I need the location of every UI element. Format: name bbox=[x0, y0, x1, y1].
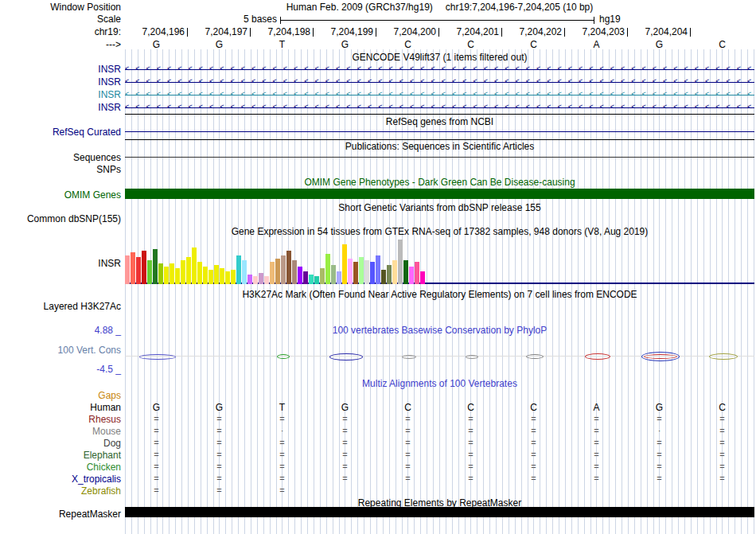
omim-item-bar[interactable] bbox=[125, 189, 754, 199]
publications-sequences-label[interactable]: Sequences bbox=[0, 152, 121, 163]
gtex-bar[interactable] bbox=[420, 271, 425, 284]
ruler-label[interactable]: 7,204,199 bbox=[314, 26, 373, 37]
gtex-bar[interactable] bbox=[170, 263, 174, 284]
gtex-bar[interactable] bbox=[370, 262, 375, 284]
ruler-label[interactable]: 7,204,200 bbox=[377, 26, 436, 37]
gtex-bar[interactable] bbox=[314, 276, 319, 284]
gtex-bar[interactable] bbox=[275, 259, 280, 284]
publications-snps-label[interactable]: SNPs bbox=[0, 164, 121, 175]
gtex-bar[interactable] bbox=[186, 257, 191, 284]
multiz-cell: = bbox=[565, 438, 628, 447]
gtex-bar[interactable] bbox=[298, 267, 302, 284]
gtex-gene-label[interactable]: INSR bbox=[0, 258, 121, 269]
gtex-bar[interactable] bbox=[292, 260, 297, 284]
repeatmasker-item-bar[interactable] bbox=[125, 507, 754, 517]
multiz-cell: = bbox=[502, 450, 565, 459]
gtex-bar[interactable] bbox=[325, 254, 330, 284]
refseq-track-label[interactable]: RefSeq Curated bbox=[0, 127, 121, 138]
gtex-bar[interactable] bbox=[415, 262, 419, 284]
gtex-bar[interactable] bbox=[136, 257, 141, 284]
gtex-bar[interactable] bbox=[403, 260, 408, 284]
multiz-species-label[interactable]: Human bbox=[0, 402, 121, 413]
gtex-bar[interactable] bbox=[398, 240, 403, 284]
multiz-species-label[interactable]: Chicken bbox=[0, 462, 121, 473]
gtex-bar[interactable] bbox=[125, 255, 130, 284]
gtex-bar[interactable] bbox=[142, 251, 146, 284]
ruler-label[interactable]: 7,204,201 bbox=[440, 26, 499, 37]
refseq-item-line[interactable] bbox=[125, 131, 754, 132]
transcript-strand-arrows[interactable]: <<<<<<<<<<<<<<<<<<<<<<<<<<<<<<<<<<<<<<<<… bbox=[125, 64, 754, 74]
ruler-label[interactable]: 7,204,197 bbox=[189, 26, 247, 37]
gtex-bar[interactable] bbox=[364, 260, 369, 284]
publications-sequences-item-line[interactable] bbox=[125, 157, 754, 158]
omim-track-label[interactable]: OMIM Genes bbox=[0, 189, 121, 201]
gtex-bar[interactable] bbox=[164, 267, 169, 284]
gtex-bar[interactable] bbox=[331, 265, 336, 284]
multiz-species-label[interactable]: Elephant bbox=[0, 450, 121, 461]
ruler-label[interactable]: 7,204,198 bbox=[251, 26, 310, 37]
ruler-label[interactable]: 7,204,202 bbox=[503, 26, 562, 37]
strand-arrow-label: ---> bbox=[0, 39, 121, 50]
gtex-bar[interactable] bbox=[281, 255, 286, 284]
gtex-bar[interactable] bbox=[236, 255, 241, 284]
ruler-label[interactable]: 7,204,196 bbox=[126, 26, 185, 37]
gtex-bar[interactable] bbox=[203, 267, 208, 284]
gtex-bar[interactable] bbox=[131, 252, 135, 284]
phylop-track-label[interactable]: 100 Vert. Cons bbox=[0, 345, 121, 356]
gtex-bar[interactable] bbox=[264, 276, 269, 284]
gtex-bar[interactable] bbox=[320, 268, 325, 284]
transcript-strand-arrows[interactable]: <<<<<<<<<<<<<<<<<<<<<<<<<<<<<<<<<<<<<<<<… bbox=[125, 102, 754, 112]
gtex-bar[interactable] bbox=[392, 260, 397, 284]
multiz-species-label[interactable]: X_tropicalis bbox=[0, 474, 121, 485]
gencode-item-label[interactable]: INSR bbox=[0, 89, 121, 100]
gtex-bar[interactable] bbox=[359, 257, 364, 284]
gtex-bar[interactable] bbox=[208, 270, 213, 284]
gtex-bar[interactable] bbox=[259, 273, 263, 284]
gencode-track-title: GENCODE V49lift37 (1 items filtered out) bbox=[125, 52, 754, 63]
gtex-bar[interactable] bbox=[214, 265, 219, 284]
multiz-species-label[interactable]: Zebrafish bbox=[0, 485, 121, 497]
gtex-bar[interactable] bbox=[153, 249, 158, 284]
gtex-bar[interactable] bbox=[381, 270, 386, 284]
multiz-species-label[interactable]: Dog bbox=[0, 438, 121, 449]
position-header: Human Feb. 2009 (GRCh37/hg19) chr19:7,20… bbox=[125, 2, 754, 13]
gtex-bar[interactable] bbox=[376, 255, 380, 284]
gtex-bar[interactable] bbox=[270, 262, 275, 284]
gencode-item-label[interactable]: INSR bbox=[0, 76, 121, 88]
gtex-bar[interactable] bbox=[353, 262, 358, 284]
gtex-bar[interactable] bbox=[175, 268, 180, 284]
gtex-bar[interactable] bbox=[158, 263, 163, 284]
multiz-species-label[interactable]: Mouse bbox=[0, 426, 121, 437]
gtex-bar[interactable] bbox=[225, 271, 230, 284]
gtex-bar[interactable] bbox=[303, 271, 308, 284]
gtex-bar[interactable] bbox=[286, 251, 291, 284]
gtex-bar[interactable] bbox=[337, 271, 341, 284]
gtex-bar[interactable] bbox=[387, 265, 392, 284]
gtex-bar[interactable] bbox=[192, 248, 197, 284]
transcript-strand-arrows[interactable]: <<<<<<<<<<<<<<<<<<<<<<<<<<<<<<<<<<<<<<<<… bbox=[125, 76, 754, 87]
gtex-bar[interactable] bbox=[309, 275, 314, 284]
multiz-cell: = bbox=[314, 450, 376, 459]
gtex-bar[interactable] bbox=[220, 268, 224, 284]
multiz-species-label[interactable]: Rhesus bbox=[0, 414, 121, 425]
dbsnp-track-label[interactable]: Common dbSNP(155) bbox=[0, 213, 121, 224]
gtex-bar[interactable] bbox=[253, 276, 258, 284]
gtex-bar[interactable] bbox=[197, 262, 202, 284]
gtex-bar[interactable] bbox=[147, 260, 152, 284]
gtex-bar[interactable] bbox=[231, 270, 236, 284]
multiz-species-label[interactable]: Gaps bbox=[0, 390, 121, 401]
gtex-bar[interactable] bbox=[348, 259, 353, 284]
gtex-bar[interactable] bbox=[409, 267, 414, 284]
gencode-item-label[interactable]: INSR bbox=[0, 64, 121, 75]
gtex-bar[interactable] bbox=[342, 244, 347, 284]
gtex-bar[interactable] bbox=[242, 260, 247, 284]
transcript-strand-arrows[interactable]: <<<<<<<<<<<<<<<<<<<<<<<<<<<<<<<<<<<<<<<<… bbox=[125, 89, 754, 99]
repeatmasker-track-label[interactable]: RepeatMasker bbox=[0, 509, 121, 520]
ruler-label[interactable]: 7,204,203 bbox=[566, 26, 625, 37]
h3k27ac-track-label[interactable]: Layered H3K27Ac bbox=[0, 301, 121, 312]
gtex-bar[interactable] bbox=[247, 275, 252, 284]
gencode-item-label[interactable]: INSR bbox=[0, 102, 121, 113]
gtex-bar[interactable] bbox=[181, 260, 185, 284]
base-letter: T bbox=[251, 39, 314, 50]
ruler-label[interactable]: 7,204,204 bbox=[629, 26, 688, 37]
